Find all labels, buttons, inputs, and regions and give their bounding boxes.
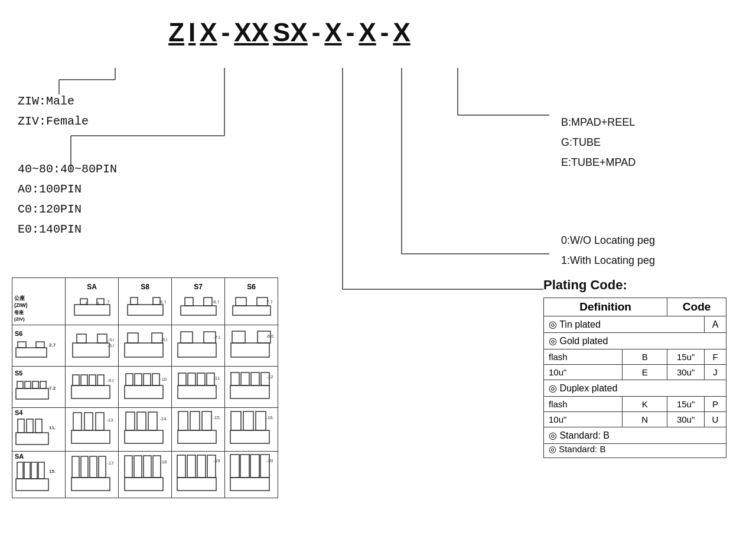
ziw-label: ZIW:Male	[18, 92, 89, 112]
svg-rect-20	[153, 298, 160, 305]
svg-rect-130	[230, 478, 269, 491]
svg-rect-71	[188, 373, 195, 385]
svg-rect-104	[256, 411, 266, 430]
svg-rect-126	[187, 455, 195, 478]
svg-rect-52	[17, 381, 23, 388]
svg-rect-101	[230, 430, 269, 443]
svg-rect-89	[96, 413, 104, 430]
pn-dash1: -	[220, 18, 232, 47]
svg-rect-133	[250, 455, 259, 478]
svg-text:-13.0: -13.0	[106, 417, 114, 423]
pn-dash2: -	[310, 18, 322, 47]
svg-rect-78	[251, 372, 259, 385]
svg-text:8.7: 8.7	[213, 299, 219, 305]
svg-text:11.7: 11.7	[49, 425, 56, 430]
svg-rect-35	[77, 334, 86, 343]
svg-rect-92	[126, 412, 135, 430]
svg-rect-82	[18, 419, 24, 433]
svg-text:-6.0: -6.0	[266, 334, 273, 339]
gold-15u-def: 15u"	[667, 349, 705, 365]
svg-rect-121	[144, 456, 151, 478]
svg-rect-30	[16, 348, 47, 357]
packaging-section: B:MPAD+REEL G:TUBE E:TUBE+MPAD	[561, 112, 738, 173]
svg-rect-127	[197, 455, 206, 478]
gold-10u-code-val: E	[623, 365, 667, 380]
svg-rect-32	[36, 342, 44, 348]
gold-plated-def: ◎ Gold plated	[544, 333, 726, 349]
svg-rect-34	[73, 343, 109, 357]
locating-0: 0:W/O Locating peg	[561, 230, 738, 250]
svg-rect-47	[231, 343, 269, 357]
type-labels: ZIW:Male ZIV:Female	[18, 92, 89, 132]
svg-rect-112	[71, 478, 110, 491]
svg-rect-44	[181, 332, 193, 343]
svg-rect-125	[177, 455, 185, 478]
svg-rect-106	[16, 479, 48, 491]
svg-text:15.7: 15.7	[49, 469, 56, 474]
svg-rect-24	[204, 298, 212, 306]
svg-rect-110	[38, 462, 44, 479]
svg-text:-12: -12	[266, 374, 273, 380]
svg-rect-107	[17, 462, 23, 479]
svg-rect-67	[152, 374, 159, 385]
svg-rect-114	[81, 456, 88, 478]
duplex-flash-code-val: K	[623, 397, 667, 412]
svg-rect-132	[240, 455, 249, 478]
svg-rect-61	[97, 375, 104, 385]
svg-rect-86	[71, 430, 110, 443]
svg-text:-17.0: -17.0	[107, 460, 114, 466]
svg-text:7: 7	[107, 299, 110, 305]
connector-table: 公座(ZIW)母座(ZIV) SA 7 S8	[12, 277, 278, 498]
svg-text:-18.0: -18.0	[160, 459, 167, 465]
connector-table-container: 公座(ZIW)母座(ZIV) SA 7 S8	[12, 266, 278, 498]
ziv-label: ZIV:Female	[18, 112, 89, 132]
svg-rect-96	[178, 430, 216, 443]
pin-count-labels: 40~80:40~80PIN A0:100PIN C0:120PIN E0:14…	[18, 159, 117, 240]
svg-rect-91	[125, 430, 163, 443]
pn-x4: X	[391, 18, 412, 47]
svg-rect-40	[128, 333, 138, 343]
svg-rect-43	[178, 343, 216, 357]
svg-text:-10: -10	[160, 377, 167, 382]
svg-rect-27	[236, 298, 246, 306]
duplex-30u-code-val: U	[705, 412, 726, 427]
svg-text:-8.0: -8.0	[161, 337, 167, 342]
svg-rect-102	[231, 411, 241, 430]
svg-rect-131	[230, 455, 239, 478]
gold-flash-def: flash	[544, 349, 623, 365]
plating-code-label: Plating Code:	[543, 277, 744, 293]
svg-rect-115	[90, 456, 97, 478]
svg-rect-118	[125, 478, 163, 491]
svg-text:-6.0: -6.0	[107, 343, 114, 348]
svg-rect-26	[233, 306, 271, 315]
gold-flash-code-val: B	[623, 349, 667, 365]
svg-rect-88	[84, 413, 93, 430]
svg-text:-15.0: -15.0	[213, 415, 220, 420]
packaging-e: E:TUBE+MPAD	[561, 152, 738, 172]
svg-rect-94	[148, 412, 157, 430]
svg-rect-81	[16, 433, 48, 445]
svg-text:7.7: 7.7	[266, 299, 272, 305]
pin-e0: E0:140PIN	[18, 220, 117, 240]
pn-sx: SX	[271, 18, 309, 47]
svg-rect-57	[71, 385, 110, 398]
plating-full-table: Definition Code ◎ Tin plated A ◎ Gold pl…	[543, 298, 726, 444]
pn-x1: X	[198, 18, 219, 47]
svg-rect-87	[73, 413, 82, 430]
svg-rect-53	[25, 381, 31, 388]
duplex-10u-def: 10u"	[544, 412, 623, 427]
duplex-15u-def: 15u"	[667, 397, 705, 412]
svg-rect-54	[32, 381, 38, 388]
duplex-30u-def: 30u"	[667, 412, 705, 427]
duplex-flash-def: flash	[544, 397, 623, 412]
svg-text:-7.0: -7.0	[213, 335, 220, 340]
plating-section-clean: Plating Code: Definition Code ◎ Tin plat…	[543, 277, 744, 444]
svg-rect-31	[18, 342, 26, 348]
svg-rect-18	[128, 305, 163, 315]
duplex-plated-def: ◎ Duplex plated	[544, 380, 726, 397]
svg-rect-93	[137, 412, 146, 430]
locating-section: 0:W/O Locating peg 1:With Locating peg	[561, 230, 738, 270]
svg-rect-59	[81, 375, 87, 385]
svg-rect-66	[144, 374, 151, 385]
svg-rect-76	[231, 372, 239, 385]
